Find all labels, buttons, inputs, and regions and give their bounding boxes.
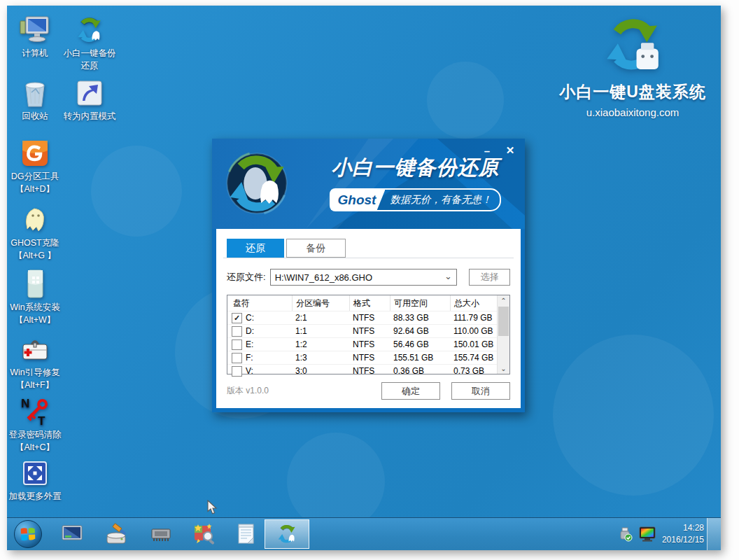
computer-icon [19, 14, 51, 46]
tab-bar: 还原 备份 [223, 239, 514, 258]
desktop-icon-label: Win引导修复 [10, 367, 60, 378]
cell-format: NTFS [349, 353, 390, 363]
backup-restore-icon [275, 522, 299, 546]
taskbar-icon-disk-cleanup[interactable] [104, 522, 128, 546]
desktop-icon-recycle-bin[interactable]: 回收站 [7, 77, 64, 122]
checkbox[interactable] [232, 326, 242, 337]
desktop-icon-load-more[interactable]: 加载更多外置 [7, 457, 64, 502]
start-button[interactable] [13, 519, 43, 549]
desktop-icon-backup-restore[interactable]: 小白一键备份 还原 [60, 14, 119, 72]
clock-date: 2016/12/15 [662, 534, 704, 546]
desktop-icon-label: 小白一键备份 [64, 48, 116, 59]
cell-drive: C: [246, 313, 254, 323]
ghost-badge: Ghost 数据无价，有备无患！ [330, 188, 502, 211]
cell-partition: 1:2 [292, 340, 349, 349]
taskbar-icon-notepad[interactable] [234, 522, 258, 546]
backup-restore-window: 小白一键备份还原 Ghost 数据无价，有备无患！ – ✕ 还原 备份 还原文件… [212, 139, 525, 412]
window-titlebar: 小白一键备份还原 Ghost 数据无价，有备无患！ – ✕ [212, 139, 525, 229]
background-bubble [91, 146, 182, 237]
table-row[interactable]: D: 1:1 NTFS 92.64 GB 110.00 GB [227, 324, 509, 337]
password-clear-icon: N T [19, 396, 51, 428]
desktop-icon-label: 【Alt+D】 [15, 183, 55, 195]
window-title: 小白一键备份还原 [311, 154, 519, 182]
scroll-down-icon[interactable]: ⌄ [498, 363, 509, 374]
taskbar: 14:28 2016/12/15 [7, 517, 721, 550]
internal-mode-icon [73, 77, 106, 109]
cell-drive: E: [246, 340, 253, 349]
window-body: 还原 备份 还原文件: H:\WIN7_612_x86.GHO ⌄ 选择 盘符 … [212, 229, 525, 412]
background-bubble [427, 62, 504, 139]
cell-free: 56.46 GB [390, 340, 450, 349]
checkbox[interactable] [232, 366, 242, 377]
taskbar-app-backup-restore-active[interactable] [265, 519, 309, 549]
banner-text: 小白一键备份还原 Ghost 数据无价，有备无患！ [311, 154, 519, 211]
tab-backup[interactable]: 备份 [286, 239, 346, 258]
cell-drive: V: [246, 366, 253, 376]
taskbar-icon-desktop[interactable] [60, 522, 84, 546]
taskbar-icon-screenshot-tool[interactable] [192, 522, 216, 546]
restore-file-combobox[interactable]: H:\WIN7_612_x86.GHO ⌄ [270, 269, 457, 286]
window-controls: – ✕ [481, 144, 516, 157]
desktop[interactable]: 小白一键U盘装系统 u.xiaobaixitong.com 计算机 小白一键备份… [7, 6, 721, 550]
cancel-button[interactable]: 取消 [451, 382, 510, 400]
dg-partition-icon [19, 137, 51, 169]
table-scrollbar[interactable]: ⌃ ⌄ [497, 295, 509, 374]
display-tray-icon[interactable] [638, 526, 656, 542]
choose-file-button[interactable]: 选择 [469, 269, 510, 286]
boot-repair-icon [19, 333, 51, 365]
desktop-icon-boot-repair[interactable]: Win引导修复 【Alt+F】 [7, 333, 64, 391]
desktop-icon-label: 【Alt+G 】 [14, 250, 56, 261]
cell-free: 92.64 GB [390, 326, 450, 336]
scrollbar-thumb[interactable] [498, 307, 509, 336]
checkbox[interactable] [232, 353, 242, 363]
desktop-icon-label: 登录密码清除 [9, 429, 62, 440]
usb-tray-icon[interactable] [617, 526, 633, 542]
table-row[interactable]: E: 1:2 NTFS 56.46 GB 150.01 GB [227, 337, 509, 351]
scroll-up-icon[interactable]: ⌃ [498, 295, 509, 306]
desktop-icon-computer[interactable]: 计算机 [7, 14, 64, 59]
cell-partition: 1:3 [292, 353, 349, 363]
ok-button[interactable]: 确定 [381, 382, 440, 400]
desktop-icon-label: 还原 [81, 60, 99, 71]
desktop-icon-dg-partition[interactable]: DG分区工具 【Alt+D】 [7, 137, 64, 195]
desktop-icon-label: 计算机 [22, 48, 48, 59]
brand-panel: 小白一键U盘装系统 u.xiaobaixitong.com [550, 13, 715, 118]
ghost-logo: Ghost [331, 190, 386, 210]
taskbar-icon-memory[interactable] [149, 522, 173, 546]
desktop-icon-label: 转为内置模式 [64, 111, 116, 122]
cell-partition: 1:1 [292, 326, 349, 336]
minimize-button[interactable]: – [481, 144, 493, 157]
column-header-partition[interactable]: 分区编号 [292, 295, 349, 311]
table-row[interactable]: F: 1:3 NTFS 155.51 GB 155.74 GB [227, 351, 509, 364]
svg-text:N: N [21, 397, 29, 410]
tab-restore[interactable]: 还原 [227, 239, 284, 258]
table-row[interactable]: V: 3:0 NTFS 0.36 GB 0.73 GB [227, 364, 509, 377]
checkbox-checked[interactable]: ✓ [232, 313, 242, 323]
restore-file-value: H:\WIN7_612_x86.GHO [275, 272, 372, 283]
column-header-drive[interactable]: 盘符 [227, 295, 292, 311]
mouse-cursor [207, 500, 218, 515]
show-desktop-button[interactable] [707, 518, 721, 550]
desktop-icon-win-install[interactable]: Win系统安装 【Alt+W】 [7, 268, 64, 326]
cell-drive: D: [246, 326, 254, 336]
background-bubble [287, 433, 385, 531]
cell-format: NTFS [349, 313, 390, 323]
cell-format: NTFS [349, 340, 390, 349]
desktop-icon-password-clear[interactable]: N T 登录密码清除 【Alt+C】 [7, 396, 64, 454]
cell-format: NTFS [349, 326, 390, 336]
column-header-format[interactable]: 格式 [349, 295, 390, 311]
chevron-down-icon[interactable]: ⌄ [444, 271, 452, 281]
desktop-icon-label: Win系统安装 [10, 302, 60, 313]
desktop-icon-internal-mode[interactable]: 转为内置模式 [60, 77, 119, 122]
desktop-icon-ghost-clone[interactable]: GHOST克隆 【Alt+G 】 [7, 204, 64, 262]
dialog-footer: 版本 v1.0.0 确定 取消 [227, 382, 510, 400]
restore-file-row: 还原文件: H:\WIN7_612_x86.GHO ⌄ 选择 [227, 269, 510, 286]
checkbox[interactable] [232, 340, 242, 350]
desktop-icon-label: 回收站 [22, 111, 48, 122]
table-row[interactable]: ✓C: 2:1 NTFS 88.33 GB 111.79 GB [227, 311, 509, 324]
cell-partition: 3:0 [292, 366, 349, 376]
taskbar-clock[interactable]: 14:28 2016/12/15 [662, 522, 704, 546]
table-header: 盘符 分区编号 格式 可用空间 总大小 [227, 295, 509, 311]
close-button[interactable]: ✕ [504, 144, 516, 157]
column-header-free[interactable]: 可用空间 [390, 295, 450, 311]
